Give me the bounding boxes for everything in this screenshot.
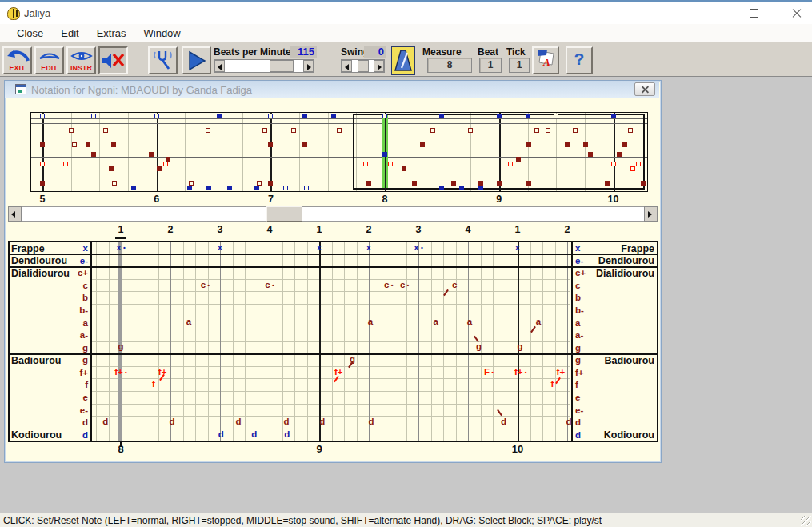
overview-note[interactable] — [611, 114, 616, 118]
note[interactable]: c — [452, 281, 457, 290]
note[interactable]: f+ • — [514, 368, 527, 377]
overview-note[interactable] — [91, 114, 96, 118]
overview-note[interactable] — [420, 142, 425, 147]
overview-note[interactable] — [337, 128, 342, 133]
overview-note[interactable] — [40, 114, 45, 118]
overview-note[interactable] — [430, 128, 435, 133]
overview-note[interactable] — [291, 128, 296, 133]
overview-note[interactable] — [628, 128, 633, 133]
instr-button[interactable]: INSTR — [66, 46, 96, 74]
help-button[interactable]: ? — [566, 46, 593, 74]
note[interactable]: x • — [116, 243, 125, 253]
overview-note[interactable] — [617, 152, 622, 157]
menu-edit[interactable]: Edit — [52, 27, 87, 39]
tuning-fork-button[interactable] — [148, 46, 178, 74]
note[interactable]: g — [118, 343, 123, 353]
overview-note[interactable] — [402, 166, 406, 171]
note[interactable]: d — [284, 430, 290, 440]
note[interactable]: d — [319, 417, 325, 427]
overview-note[interactable] — [206, 128, 210, 133]
overview-note[interactable] — [497, 181, 502, 186]
overview-note[interactable] — [583, 142, 588, 147]
overview-note[interactable] — [86, 142, 90, 147]
note[interactable]: f — [152, 380, 155, 389]
overview-note[interactable] — [565, 142, 570, 147]
menu-close[interactable]: Close — [8, 27, 52, 39]
note[interactable]: d — [169, 417, 174, 427]
note[interactable]: c • — [384, 281, 393, 290]
edit-button[interactable]: EDIT — [34, 46, 64, 74]
metronome-button[interactable] — [391, 46, 415, 75]
overview-note[interactable] — [526, 142, 531, 147]
note[interactable]: x — [317, 243, 322, 253]
note[interactable]: d — [235, 417, 241, 427]
overview-note[interactable] — [605, 181, 610, 186]
overview-note[interactable] — [611, 162, 616, 166]
note[interactable]: d — [501, 417, 506, 427]
overview-note[interactable] — [302, 142, 307, 147]
swing-scroll-thumb[interactable] — [358, 60, 369, 72]
overview-note[interactable] — [268, 181, 273, 186]
overview-note[interactable] — [206, 186, 211, 190]
overview-note[interactable] — [268, 142, 273, 147]
hscroll-left-button[interactable] — [8, 206, 22, 222]
overview-note[interactable] — [154, 114, 159, 118]
note[interactable]: x — [515, 243, 520, 253]
note[interactable]: d — [218, 430, 224, 440]
note[interactable]: a — [433, 318, 438, 328]
note[interactable]: g — [518, 343, 523, 353]
overview-note[interactable] — [149, 152, 154, 157]
note[interactable]: c • — [400, 281, 409, 290]
swing-scroll-right-icon[interactable] — [374, 60, 384, 72]
overview-note[interactable] — [497, 114, 502, 118]
overview-note[interactable] — [412, 181, 417, 186]
overview-note[interactable] — [451, 181, 456, 186]
maximize-button[interactable] — [736, 2, 773, 26]
overview-note[interactable] — [111, 142, 116, 147]
note[interactable]: x — [218, 243, 222, 253]
note[interactable]: a — [467, 318, 472, 328]
resize-grip-icon[interactable] — [801, 516, 811, 526]
overview-note[interactable] — [40, 142, 45, 147]
overview-note[interactable] — [40, 162, 45, 166]
bpm-scroll-right-icon[interactable] — [303, 60, 314, 72]
note[interactable]: d — [251, 430, 257, 440]
note[interactable]: d — [284, 417, 290, 427]
overview-note[interactable] — [546, 128, 550, 133]
overview-note[interactable] — [382, 114, 387, 118]
bpm-scroll-thumb[interactable] — [270, 60, 294, 72]
note[interactable]: x — [366, 243, 371, 253]
note[interactable]: c • — [201, 281, 210, 290]
overview-note[interactable] — [388, 162, 393, 166]
overview-note[interactable] — [508, 162, 513, 166]
overview-note[interactable] — [331, 114, 336, 118]
hscroll-right-button[interactable] — [644, 206, 658, 222]
overview-note[interactable] — [636, 162, 641, 166]
overview-note[interactable] — [268, 114, 273, 118]
hscroll-thumb[interactable] — [266, 206, 302, 222]
notation-window-titlebar[interactable]: Notation for Ngoni: MBAOUDI by Ganda Fad… — [5, 81, 659, 98]
overview-selection-rect[interactable] — [353, 114, 645, 190]
overview-note[interactable] — [69, 128, 74, 133]
note[interactable]: d — [102, 417, 108, 427]
overview-note[interactable] — [459, 186, 464, 190]
overview-note[interactable] — [588, 152, 593, 157]
overview-note[interactable] — [478, 186, 483, 190]
menu-window[interactable]: Window — [135, 27, 190, 39]
overview-note[interactable] — [366, 181, 371, 186]
overview-note[interactable] — [516, 157, 521, 162]
note[interactable]: d — [369, 417, 374, 427]
overview-note[interactable] — [302, 114, 307, 118]
overview-note[interactable] — [254, 186, 259, 190]
overview-note[interactable] — [594, 162, 598, 166]
notation-mode-button[interactable]: A — [532, 46, 559, 74]
overview-note[interactable] — [187, 186, 192, 190]
overview-note[interactable] — [622, 142, 627, 147]
overview-note[interactable] — [526, 181, 531, 186]
overview-note[interactable] — [363, 162, 368, 166]
overview-note[interactable] — [217, 114, 222, 118]
menu-extras[interactable]: Extras — [88, 27, 135, 39]
exit-button[interactable]: EXIT — [2, 46, 32, 74]
overview-note[interactable] — [304, 186, 309, 190]
overview-note[interactable] — [131, 186, 136, 190]
